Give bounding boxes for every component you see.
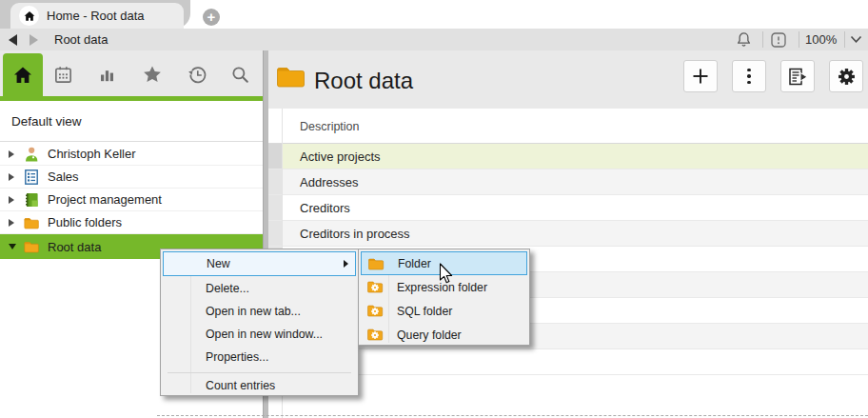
menu-item-new[interactable]: New <box>163 251 356 276</box>
plus-icon <box>692 68 709 85</box>
folder-tree: Christoph Keller Sales <box>0 143 263 259</box>
tree-item-label: Root data <box>48 234 101 259</box>
expand-arrow-icon[interactable] <box>9 219 14 227</box>
tree-item-christoph-keller[interactable]: Christoph Keller <box>0 143 263 166</box>
tab-title: Home - Root data <box>47 9 145 23</box>
person-icon <box>23 146 40 163</box>
gear-icon <box>838 68 856 86</box>
star-icon <box>142 64 163 85</box>
expand-arrow-icon[interactable] <box>9 150 14 158</box>
navbar-separator <box>799 31 799 48</box>
menu-item-delete[interactable]: Delete... <box>163 277 356 300</box>
search-icon <box>230 65 250 85</box>
folder-icon <box>23 214 40 231</box>
context-menu: New Delete... Open in new tab... Open in… <box>160 249 359 396</box>
report-button[interactable] <box>780 60 815 92</box>
info-icon[interactable] <box>771 32 786 48</box>
menu-item-properties[interactable]: Properties... <box>163 346 356 368</box>
tree-item-label: Sales <box>48 166 79 188</box>
zoom-level[interactable]: 100% <box>805 29 837 50</box>
column-header-description[interactable]: Description <box>300 109 360 144</box>
tab-home-icon <box>19 6 39 26</box>
table-row-creditors[interactable]: Creditors <box>268 195 868 221</box>
forward-button[interactable] <box>30 34 38 46</box>
chevron-down-icon[interactable] <box>850 35 862 44</box>
expand-arrow-icon[interactable] <box>9 173 14 181</box>
menu-item-open-in-new-tab[interactable]: Open in new tab... <box>163 300 356 323</box>
row-gutter-cell[interactable] <box>268 195 282 220</box>
tree-item-label: Project management <box>48 189 162 210</box>
breadcrumb: Root data <box>54 29 108 50</box>
notifications-bell-icon[interactable] <box>736 31 752 48</box>
back-button[interactable] <box>9 34 17 46</box>
sidebar-tab-home[interactable] <box>3 53 43 96</box>
expand-arrow-icon[interactable] <box>9 244 16 249</box>
sidebar-tab-search[interactable] <box>229 64 250 85</box>
menu-separator <box>168 372 351 373</box>
kebab-icon <box>747 69 751 85</box>
bar-chart-icon <box>97 65 117 85</box>
tree-item-public-folders[interactable]: Public folders <box>0 211 263 234</box>
report-document-icon <box>788 68 808 86</box>
row-description: Active projects <box>300 144 381 169</box>
history-icon <box>187 65 207 85</box>
row-gutter-cell[interactable] <box>268 144 282 169</box>
app-window: Home - Root data + Root data 100% <box>0 0 868 418</box>
tree-item-label: Christoph Keller <box>48 143 136 165</box>
submenu-item-query-folder[interactable]: Query folder <box>361 323 527 347</box>
gear-folder-icon <box>366 327 384 342</box>
tab-bar: Home - Root data + <box>0 0 868 29</box>
table-row-addresses[interactable]: Addresses <box>268 169 868 195</box>
list-view-icon <box>23 169 40 186</box>
tree-item-project-management[interactable]: Project management <box>0 189 263 211</box>
row-description: Creditors <box>300 195 350 221</box>
settings-button[interactable] <box>829 60 863 92</box>
row-gutter-cell[interactable] <box>268 221 282 246</box>
menu-item-count-entries[interactable]: Count entries <box>163 374 356 397</box>
submenu-arrow-icon <box>344 260 348 268</box>
expand-arrow-icon[interactable] <box>9 196 14 204</box>
page-title: Root data <box>314 50 413 109</box>
sidebar-tab-favorites[interactable] <box>142 64 163 85</box>
table-header-row[interactable]: Description <box>268 109 868 144</box>
focus-dashed-line <box>157 415 868 416</box>
add-button[interactable] <box>683 60 718 92</box>
sidebar-toolbar <box>0 50 263 96</box>
view-label: Default view <box>11 101 82 142</box>
notebook-icon <box>23 191 40 209</box>
calendar-icon <box>53 65 73 85</box>
folder-icon <box>23 238 40 255</box>
gear-folder-icon <box>366 279 384 294</box>
mouse-cursor <box>439 263 454 286</box>
folder-icon <box>276 64 306 89</box>
tab-home-root-data[interactable]: Home - Root data <box>10 3 184 29</box>
sidebar-tab-calendar[interactable] <box>52 64 73 85</box>
table-row-active-projects[interactable]: Active projects <box>268 144 868 169</box>
submenu-item-sql-folder[interactable]: SQL folder <box>361 299 527 323</box>
row-description: Creditors in process <box>300 221 410 247</box>
folder-icon <box>367 256 385 271</box>
view-selector-row[interactable]: Default view <box>0 101 263 142</box>
navbar-separator <box>844 31 845 48</box>
row-gutter-cell[interactable] <box>268 169 282 194</box>
table-row-creditors-in-process[interactable]: Creditors in process <box>268 221 868 247</box>
main-panel-header: Root data <box>268 50 868 109</box>
row-description: Addresses <box>300 169 358 195</box>
gear-folder-icon <box>366 303 384 318</box>
sidebar-tab-history[interactable] <box>187 64 207 85</box>
navbar-separator <box>762 31 763 48</box>
new-tab-button[interactable]: + <box>203 9 220 26</box>
menu-item-open-in-new-window[interactable]: Open in new window... <box>163 323 356 346</box>
more-options-button[interactable] <box>732 60 766 92</box>
tree-item-label: Public folders <box>48 211 122 233</box>
tree-item-sales[interactable]: Sales <box>0 166 263 189</box>
sidebar-tab-analysis[interactable] <box>96 64 117 85</box>
home-icon <box>13 66 32 85</box>
